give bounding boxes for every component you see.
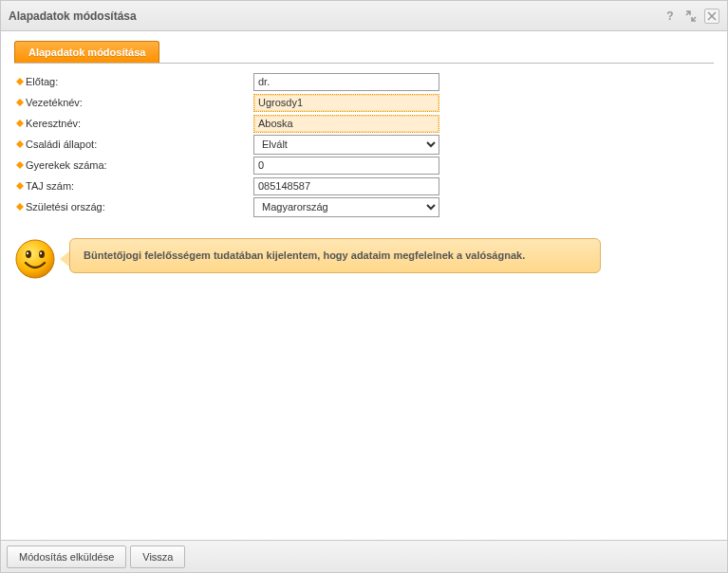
declaration-callout: Büntetőjogi felelősségem tudatában kijel… [14,238,714,280]
row-birth-country: Születési ország: Magyarország [14,196,714,217]
footer: Módosítás elküldése Vissza [1,540,727,572]
label-children: Gyerekek száma: [26,159,253,171]
declaration-text: Büntetőjogi felelősségem tudatában kijel… [69,238,601,273]
input-lastname[interactable] [253,94,439,112]
back-button[interactable]: Vissza [130,545,185,568]
diamond-icon [14,161,26,169]
label-birth-country: Születési ország: [26,201,253,213]
dialog-window: Alapadatok módosítása ? Alapadatok módos… [0,0,728,573]
svg-point-4 [40,252,42,255]
svg-point-1 [26,250,31,258]
diamond-icon [14,99,26,106]
input-firstname[interactable] [253,115,439,133]
smiley-icon [14,238,56,280]
row-taj: TAJ szám: [14,176,714,196]
maximize-icon[interactable] [683,9,699,24]
titlebar: Alapadatok módosítása ? [1,1,727,31]
select-birth-country[interactable]: Magyarország [253,197,439,217]
select-marital[interactable]: Elvált [253,135,439,155]
titlebar-controls: ? [663,9,719,24]
row-firstname: Keresztnév: [14,113,714,134]
diamond-icon [14,140,26,148]
svg-point-2 [39,250,45,258]
label-taj: TAJ szám: [26,180,253,192]
diamond-icon [14,182,26,190]
diamond-icon [14,78,26,85]
row-marital: Családi állapot: Elvált [14,134,714,155]
tab-bar: Alapadatok módosítása [14,41,714,64]
help-icon[interactable]: ? [663,9,678,24]
svg-point-3 [27,252,28,255]
input-children[interactable] [253,157,439,175]
close-icon[interactable] [704,9,719,24]
input-taj[interactable] [253,177,439,195]
diamond-icon [14,120,26,127]
diamond-icon [14,203,26,211]
tab-basic-data[interactable]: Alapadatok módosítása [14,41,159,63]
label-firstname: Keresztnév: [26,118,253,129]
bubble-tail [60,251,69,267]
label-prefix: Előtag: [26,76,253,87]
submit-button[interactable]: Módosítás elküldése [7,545,126,568]
row-lastname: Vezetéknév: [14,92,714,113]
window-title: Alapadatok módosítása [9,9,663,23]
row-children: Gyerekek száma: [14,155,714,176]
input-prefix[interactable] [253,73,439,91]
form: Előtag: Vezetéknév: Keresztnév: Családi … [14,71,714,217]
content-area: Alapadatok módosítása Előtag: Vezetéknév… [1,31,727,540]
label-marital: Családi állapot: [26,139,253,150]
svg-point-0 [16,240,54,278]
row-prefix: Előtag: [14,71,714,92]
label-lastname: Vezetéknév: [26,97,253,108]
